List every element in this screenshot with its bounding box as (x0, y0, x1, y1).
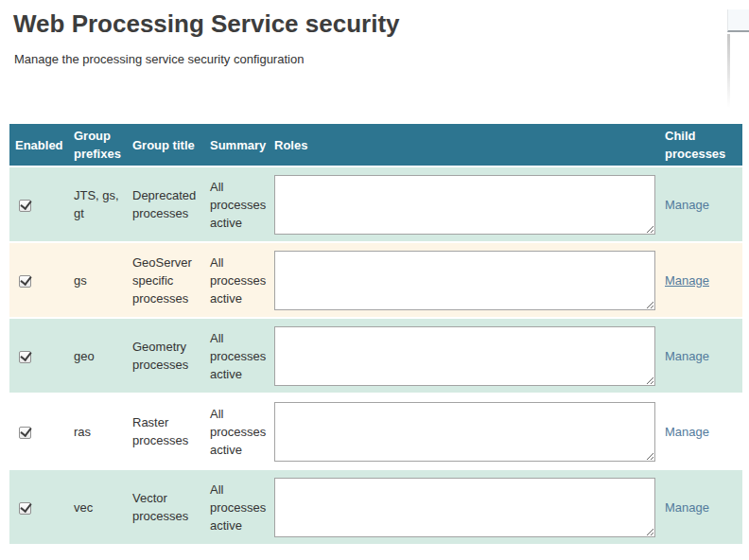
summary-cell: All processes active (204, 166, 269, 242)
manage-link[interactable]: Manage (665, 500, 709, 515)
summary-cell: All processes active (204, 242, 269, 318)
child-processes-cell: Manage (659, 318, 742, 394)
roles-textarea[interactable] (274, 326, 655, 386)
group-title-cell: Raster processes (127, 394, 204, 469)
column-header-enabled: Enabled (9, 124, 68, 166)
enabled-checkbox[interactable] (19, 427, 31, 439)
table-row: geo Geometry processes All processes act… (9, 318, 742, 394)
child-processes-cell: Manage (659, 166, 742, 242)
roles-textarea[interactable] (274, 478, 655, 537)
roles-textarea[interactable] (274, 175, 655, 235)
roles-cell (269, 318, 659, 394)
group-title-cell: Deprecated processes (127, 166, 204, 242)
enabled-cell (9, 242, 68, 318)
enabled-checkbox[interactable] (19, 200, 31, 212)
group-prefixes-cell: ras (68, 394, 127, 469)
roles-cell (269, 394, 659, 469)
screen-edge-shadow (727, 34, 730, 108)
child-processes-cell: Manage (659, 469, 742, 545)
page-subtitle: Manage the processing service security c… (14, 52, 749, 66)
enabled-checkbox[interactable] (19, 351, 31, 363)
child-processes-cell: Manage (659, 242, 742, 318)
enabled-checkbox[interactable] (19, 502, 31, 515)
table-row: JTS, gs, gt Deprecated processes All pro… (9, 166, 742, 242)
enabled-cell (9, 394, 68, 469)
enabled-cell (9, 166, 68, 242)
column-header-summary: Summary (204, 124, 269, 166)
page-title: Web Processing Service security (13, 9, 749, 39)
table-row: gs GeoServer specific processes All proc… (9, 242, 742, 318)
enabled-cell (9, 469, 68, 545)
group-title-cell: Geometry processes (127, 318, 204, 394)
process-groups-table: EnabledGroup prefixesGroup titleSummaryR… (9, 124, 742, 546)
roles-cell (269, 166, 659, 242)
summary-cell: All processes active (204, 318, 269, 394)
group-prefixes-cell: gs (68, 242, 127, 318)
roles-textarea[interactable] (274, 402, 655, 462)
column-header-group-title: Group title (127, 124, 204, 166)
manage-link[interactable]: Manage (665, 349, 709, 363)
roles-textarea[interactable] (274, 251, 655, 310)
screen-edge-panel (727, 9, 749, 32)
group-prefixes-cell: JTS, gs, gt (68, 166, 127, 242)
table-row: vec Vector processes All processes activ… (9, 469, 742, 545)
summary-cell: All processes active (204, 469, 269, 545)
roles-cell (269, 469, 659, 545)
group-prefixes-cell: geo (68, 318, 127, 394)
table-row: ras Raster processes All processes activ… (9, 394, 742, 469)
enabled-cell (9, 318, 68, 394)
manage-link[interactable]: Manage (665, 198, 709, 212)
roles-cell (269, 242, 659, 318)
enabled-checkbox[interactable] (19, 275, 31, 288)
table-header-row: EnabledGroup prefixesGroup titleSummaryR… (9, 124, 742, 166)
wps-security-page: Web Processing Service security Manage t… (0, 9, 749, 560)
group-prefixes-cell: vec (68, 469, 127, 545)
child-processes-cell: Manage (659, 394, 742, 469)
column-header-child-processes: Child processes (659, 124, 742, 166)
column-header-roles: Roles (269, 124, 659, 166)
summary-cell: All processes active (204, 394, 269, 469)
manage-link[interactable]: Manage (665, 425, 709, 439)
column-header-group-prefixes: Group prefixes (68, 124, 127, 166)
group-title-cell: Vector processes (127, 469, 204, 545)
manage-link[interactable]: Manage (665, 273, 709, 288)
group-title-cell: GeoServer specific processes (127, 242, 204, 318)
